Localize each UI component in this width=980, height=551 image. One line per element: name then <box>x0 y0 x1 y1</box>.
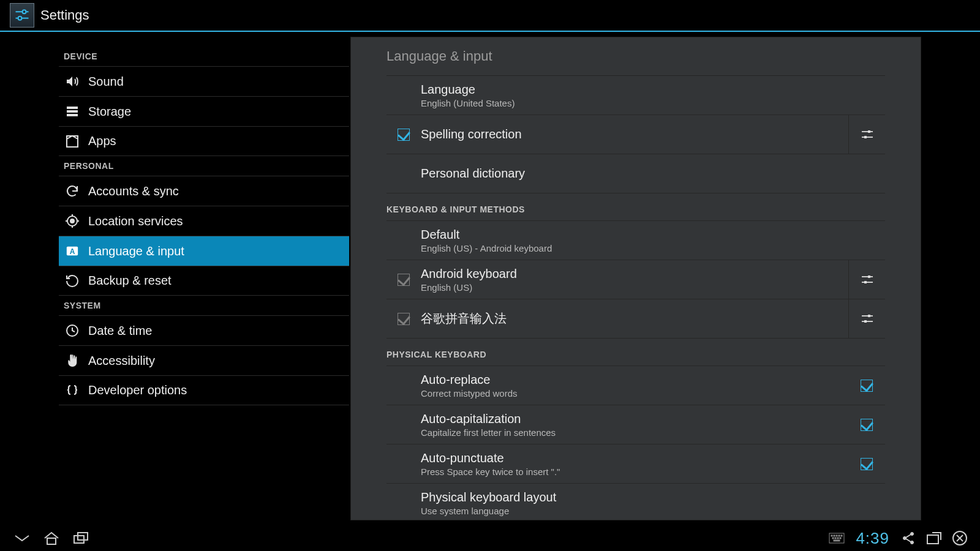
checkbox-icon[interactable] <box>861 419 873 431</box>
pref-auto-replace[interactable]: Auto-replace Correct mistyped words <box>386 366 885 405</box>
sidebar-item-storage[interactable]: Storage <box>59 96 349 126</box>
pref-language[interactable]: Language English (United States) <box>386 76 885 115</box>
svg-rect-22 <box>868 276 870 278</box>
svg-rect-38 <box>832 538 834 539</box>
pref-android-keyboard[interactable]: Android keyboard English (US) <box>386 260 885 299</box>
settings-button[interactable] <box>848 299 885 338</box>
pref-personal-dictionary[interactable]: Personal dictionary <box>386 154 885 193</box>
storage-icon <box>64 103 81 120</box>
sidebar-item-accounts-sync[interactable]: Accounts & sync <box>59 176 349 206</box>
sidebar-item-date-time[interactable]: Date & time <box>59 315 349 345</box>
svg-rect-41 <box>840 538 841 539</box>
pref-title: Spelling correction <box>421 127 848 141</box>
svg-rect-4 <box>67 107 78 109</box>
svg-rect-20 <box>864 136 867 138</box>
sidebar-item-label: Language & input <box>88 244 184 258</box>
pref-summary: Press Space key twice to insert "." <box>421 467 848 477</box>
svg-rect-36 <box>839 535 840 536</box>
sidebar-item-label: Backup & reset <box>88 274 172 288</box>
checkbox-icon[interactable] <box>398 274 410 286</box>
restore-icon <box>64 272 81 290</box>
keyboard-a-icon: A <box>64 242 81 260</box>
home-icon <box>42 530 61 546</box>
pref-title: Physical keyboard layout <box>421 490 885 504</box>
status-clock[interactable]: 4:39 <box>856 529 889 548</box>
category-header-device: DEVICE <box>59 47 349 66</box>
settings-button[interactable] <box>848 260 885 299</box>
sync-icon <box>64 182 81 200</box>
sidebar-item-language-input[interactable]: A Language & input <box>59 236 349 266</box>
svg-rect-37 <box>841 535 842 536</box>
pref-physical-keyboard-layout[interactable]: Physical keyboard layout Use system lang… <box>386 484 885 520</box>
checkbox-icon[interactable] <box>861 380 873 392</box>
pref-spelling-correction[interactable]: Spelling correction <box>386 115 885 154</box>
category-header-personal: PERSONAL <box>59 156 349 176</box>
svg-rect-35 <box>836 535 837 536</box>
svg-rect-18 <box>868 130 870 133</box>
share-button[interactable] <box>899 529 918 547</box>
fullscreen-button[interactable] <box>925 529 943 547</box>
svg-rect-33 <box>831 535 832 536</box>
pref-auto-punctuate[interactable]: Auto-punctuate Press Space key twice to … <box>386 444 885 484</box>
svg-rect-24 <box>864 281 867 283</box>
svg-rect-6 <box>67 114 78 116</box>
settings-button[interactable] <box>848 115 885 154</box>
action-bar-title: Settings <box>40 7 89 23</box>
clock-icon <box>64 322 81 339</box>
sliders-icon <box>860 272 875 287</box>
svg-rect-26 <box>868 315 870 317</box>
close-icon <box>952 530 968 546</box>
svg-rect-48 <box>927 535 938 544</box>
sidebar-item-developer-options[interactable]: Developer options <box>59 375 349 405</box>
svg-point-1 <box>23 10 26 13</box>
system-bar: 4:39 <box>0 525 980 551</box>
apps-icon <box>64 133 81 150</box>
pref-summary: Correct mistyped words <box>421 388 848 399</box>
sidebar-item-label: Storage <box>88 105 131 119</box>
pref-summary: English (US) <box>421 282 848 293</box>
settings-app-icon <box>10 3 34 28</box>
ime-indicator-icon <box>827 529 846 547</box>
close-button[interactable] <box>951 529 969 547</box>
pref-google-pinyin[interactable]: 谷歌拼音输入法 <box>386 299 885 339</box>
pref-title: Auto-replace <box>421 373 848 387</box>
sidebar-item-location-services[interactable]: Location services <box>59 206 349 236</box>
share-icon <box>901 531 916 545</box>
pref-auto-capitalization[interactable]: Auto-capitalization Capitalize first let… <box>386 405 885 444</box>
svg-point-8 <box>70 219 74 223</box>
svg-point-3 <box>18 17 22 20</box>
home-button[interactable] <box>37 528 66 548</box>
svg-rect-42 <box>834 540 840 541</box>
pref-title: Default <box>421 228 885 242</box>
svg-line-47 <box>906 539 911 542</box>
sidebar-item-backup-reset[interactable]: Backup & reset <box>59 266 349 296</box>
sidebar-item-label: Apps <box>88 134 116 148</box>
fullscreen-icon <box>926 531 942 545</box>
svg-rect-40 <box>837 538 839 539</box>
sidebar-item-sound[interactable]: Sound <box>59 66 349 96</box>
settings-sidebar: DEVICE Sound Storage Apps PERSON <box>0 32 349 525</box>
checkbox-icon[interactable] <box>398 129 410 141</box>
svg-rect-39 <box>835 538 836 539</box>
recent-apps-button[interactable] <box>66 528 96 548</box>
braces-icon <box>64 382 81 399</box>
pref-summary: English (US) - Android keyboard <box>421 243 885 253</box>
sidebar-item-label: Sound <box>88 75 124 89</box>
speaker-icon <box>64 73 81 90</box>
checkbox-icon[interactable] <box>861 458 873 470</box>
back-button[interactable] <box>7 528 37 548</box>
sliders-icon <box>860 127 875 142</box>
detail-panel: Language & input Language English (Unite… <box>350 37 921 520</box>
svg-line-46 <box>906 534 911 538</box>
sidebar-item-label: Location services <box>88 214 183 228</box>
sidebar-item-label: Accounts & sync <box>88 184 179 198</box>
pref-title: Personal dictionary <box>421 167 885 181</box>
pref-default-ime[interactable]: Default English (US) - Android keyboard <box>386 221 885 260</box>
panel-title: Language & input <box>386 37 885 76</box>
sidebar-item-label: Developer options <box>88 383 187 397</box>
svg-rect-34 <box>834 535 835 536</box>
svg-rect-29 <box>47 538 56 544</box>
sidebar-item-apps[interactable]: Apps <box>59 126 349 156</box>
sidebar-item-accessibility[interactable]: Accessibility <box>59 345 349 375</box>
checkbox-icon[interactable] <box>398 313 410 325</box>
